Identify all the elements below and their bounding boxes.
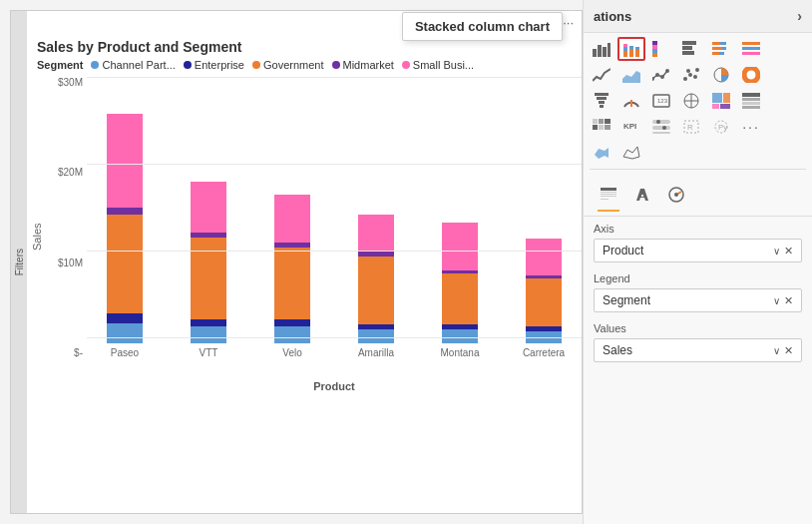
bar-segment (274, 326, 310, 343)
values-chevron-icon[interactable]: ∨ (773, 345, 780, 356)
vis-icon-horizontal-stacked[interactable] (707, 37, 735, 61)
values-close-icon[interactable]: ✕ (784, 344, 793, 357)
legend-section: Legend Segment ∨ ✕ (584, 266, 812, 316)
filters-strip[interactable]: Filters (11, 11, 27, 513)
svg-rect-2 (603, 47, 607, 57)
tab-format-icon[interactable] (627, 180, 657, 210)
svg-rect-17 (682, 51, 694, 55)
bar-col-vtt: VTT (171, 77, 246, 358)
y-axis-label: Sales (27, 77, 47, 396)
bar-label: Carretera (523, 347, 565, 358)
vis-icon-gauge[interactable] (617, 89, 645, 113)
bar-segment (191, 326, 226, 343)
legend-item-midmarket: Midmarket (332, 59, 394, 71)
tab-fields-icon[interactable] (594, 180, 623, 210)
bars-area: $- $10M $20M $30M (47, 77, 582, 378)
legend-dropdown-controls: ∨ ✕ (773, 294, 793, 307)
svg-point-36 (695, 68, 699, 72)
tab-analytics-icon[interactable] (661, 180, 691, 210)
svg-text:Py: Py (718, 123, 727, 132)
axis-dropdown[interactable]: Product ∨ ✕ (594, 239, 802, 262)
y-tick-2: $20M (47, 167, 87, 178)
bar-segment (107, 114, 143, 208)
bar-segment (191, 319, 226, 326)
values-dropdown[interactable]: Sales ∨ ✕ (594, 338, 802, 362)
svg-text:123: 123 (657, 98, 668, 104)
vis-icon-line[interactable] (588, 63, 615, 87)
vis-icon-more[interactable]: ··· (737, 115, 765, 139)
panel-header: ations › (584, 0, 812, 33)
legend-dropdown[interactable]: Segment ∨ ✕ (594, 288, 802, 312)
vis-icon-horizontal-100[interactable] (737, 37, 765, 61)
bar-label: Montana (441, 347, 480, 358)
svg-rect-57 (742, 106, 760, 109)
legend-chevron-icon[interactable]: ∨ (773, 295, 780, 306)
vis-icon-bar-100[interactable] (647, 37, 675, 61)
legend-item-enterprise: Enterprise (184, 59, 244, 71)
svg-rect-76 (601, 194, 616, 195)
svg-point-31 (665, 69, 669, 73)
svg-rect-55 (742, 98, 760, 101)
tooltip-text: Stacked column chart (415, 19, 550, 34)
svg-rect-10 (635, 47, 639, 50)
vis-icon-pie[interactable] (707, 63, 735, 87)
bar-col-amarilla: Amarilla (338, 77, 414, 358)
svg-rect-41 (597, 97, 607, 100)
legend-label-midmarket: Midmarket (343, 59, 394, 71)
vis-icon-kpi[interactable]: KPI (617, 115, 645, 139)
svg-rect-22 (712, 52, 719, 55)
vis-icon-bar-clustered[interactable] (588, 37, 615, 61)
vis-icon-shape-map[interactable] (617, 141, 645, 165)
svg-point-35 (686, 69, 690, 73)
bar-segment (442, 223, 478, 270)
axis-dropdown-controls: ∨ ✕ (773, 245, 793, 258)
vis-icon-horizontal-bar[interactable] (677, 37, 705, 61)
bar-segment (107, 208, 143, 215)
bar-segment (274, 248, 310, 319)
svg-rect-26 (742, 52, 760, 55)
svg-rect-69 (652, 132, 670, 134)
vis-icon-custom1[interactable]: R (677, 115, 705, 139)
vis-icon-slicer[interactable] (647, 115, 675, 139)
svg-rect-4 (623, 51, 627, 57)
vis-icon-funnel[interactable] (588, 89, 615, 113)
bar-segment (526, 239, 562, 275)
vis-icon-card[interactable]: 123 (647, 89, 675, 113)
svg-rect-21 (722, 47, 726, 50)
vis-icon-area[interactable] (617, 63, 645, 87)
vis-icon-map[interactable] (677, 89, 705, 113)
vis-icon-bar-stacked[interactable] (617, 37, 645, 61)
values-dropdown-controls: ∨ ✕ (773, 344, 793, 357)
values-section: Values Sales ∨ ✕ (584, 316, 812, 366)
bar-segment (442, 273, 478, 324)
axis-chevron-icon[interactable]: ∨ (773, 246, 780, 257)
more-icon[interactable]: ··· (563, 15, 574, 30)
svg-rect-3 (608, 43, 610, 57)
x-axis-title: Product (47, 378, 582, 396)
svg-rect-59 (599, 119, 604, 124)
vis-icon-line-markers[interactable] (647, 63, 675, 87)
svg-rect-0 (593, 49, 597, 57)
svg-rect-56 (742, 102, 760, 105)
bar-col-carretera: Carretera (506, 77, 582, 358)
axis-section: Axis Product ∨ ✕ (584, 217, 812, 266)
vis-icon-table[interactable] (737, 89, 765, 113)
y-tick-1: $10M (47, 258, 87, 268)
panel-arrow[interactable]: › (797, 8, 802, 24)
svg-rect-13 (652, 45, 657, 49)
vis-icon-donut[interactable] (737, 63, 765, 87)
vis-icon-filled-map[interactable] (588, 141, 615, 165)
legend-close-icon[interactable]: ✕ (784, 294, 793, 307)
vis-icon-custom2[interactable]: Py (707, 115, 735, 139)
vis-icon-matrix[interactable] (588, 115, 615, 139)
bar-col-velo: Velo (254, 77, 330, 358)
svg-rect-25 (742, 47, 760, 50)
axis-close-icon[interactable]: ✕ (784, 245, 793, 258)
svg-rect-58 (593, 119, 598, 124)
bar-col-paseo: Paseo (87, 77, 163, 358)
svg-rect-19 (720, 42, 726, 45)
legend-dot-government (252, 61, 260, 69)
bar-segment (107, 323, 143, 343)
vis-icon-scatter[interactable] (677, 63, 705, 87)
vis-icon-treemap[interactable] (707, 89, 735, 113)
